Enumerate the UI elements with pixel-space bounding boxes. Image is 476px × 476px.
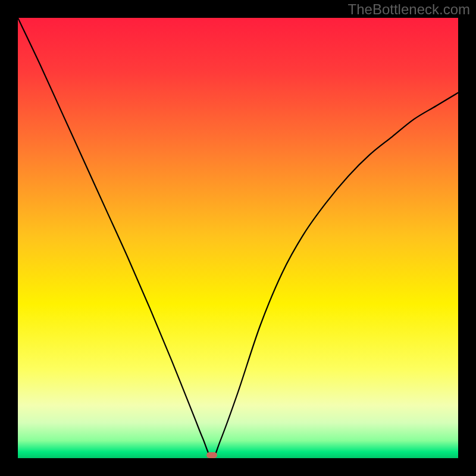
plot-area bbox=[18, 18, 458, 458]
watermark-text: TheBottleneck.com bbox=[348, 1, 470, 18]
chart-frame: TheBottleneck.com bbox=[0, 0, 476, 476]
bottleneck-curve bbox=[18, 18, 458, 458]
optimal-point-marker bbox=[206, 452, 217, 458]
